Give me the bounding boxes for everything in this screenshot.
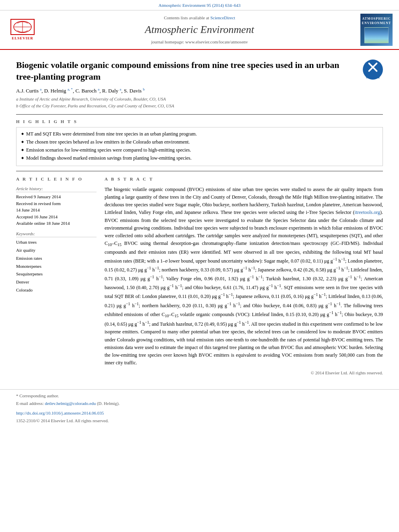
footer-doi: http://dx.doi.org/10.1016/j.atmosenv.201…	[16, 410, 383, 416]
received-date: Received 9 January 2014	[16, 193, 97, 200]
accepted-date: Accepted 16 June 2014	[16, 214, 97, 220]
journal-homepage: journal homepage: www.elsevier.com/locat…	[39, 39, 360, 45]
footer-issn: 1352-2310/© 2014 Elsevier Ltd. All right…	[16, 418, 383, 424]
revised-date: 14 June 2014	[16, 207, 97, 214]
crossmark-badge: CrossMark	[363, 60, 383, 80]
keywords-title: Keywords:	[16, 231, 97, 237]
keyword-denver: Denver	[16, 278, 97, 286]
journal-center-info: Contents lists available at ScienceDirec…	[39, 15, 360, 45]
elsevier-label: ELSEVIER	[12, 36, 33, 41]
journal-header: ELSEVIER Contents lists available at Sci…	[0, 10, 399, 50]
divider-2	[16, 171, 383, 171]
affiliation-a: a Institute of Arctic and Alpine Researc…	[16, 96, 383, 102]
journal-cover-image: ATMOSPHERICENVIRONMENT	[360, 14, 393, 46]
article-title: Biogenic volatile organic compound emiss…	[16, 60, 356, 82]
elsevier-logo: ELSEVIER	[6, 19, 39, 41]
history-title: Article history:	[16, 186, 97, 192]
email-label: E-mail address:	[16, 401, 45, 406]
keywords-section: Keywords: Urban trees Air quality Emissi…	[16, 231, 97, 294]
elsevier-logo-img	[10, 19, 35, 35]
keywords-list: Urban trees Air quality Emission rates M…	[16, 238, 97, 294]
article-title-section: Biogenic volatile organic compound emiss…	[16, 56, 383, 82]
keyword-emission-rates: Emission rates	[16, 255, 97, 263]
keyword-colorado: Colorado	[16, 286, 97, 294]
main-content: Biogenic volatile organic compound emiss…	[0, 50, 399, 382]
keyword-urban-trees: Urban trees	[16, 238, 97, 246]
sciencedirect-text: Contents lists available at ScienceDirec…	[39, 15, 360, 21]
article-info-title: A R T I C L E I N F O	[16, 176, 97, 182]
journal-ref-text: Atmospheric Environment 95 (2014) 634–64…	[158, 3, 241, 8]
doi-link[interactable]: http://dx.doi.org/10.1016/j.atmosenv.201…	[16, 411, 104, 415]
keyword-air-quality: Air quality	[16, 246, 97, 255]
footer-divider	[0, 389, 399, 390]
highlight-box: MT and SQT ERs were determined from nine…	[16, 127, 383, 166]
highlight-item-3: Emission scenarios for low-emitting spec…	[21, 147, 378, 154]
highlight-item-2: The chosen tree species behaved as low e…	[21, 139, 378, 146]
corresponding-note: * Corresponding author.	[16, 393, 383, 399]
keyword-monoterpenes: Monoterpenes	[16, 263, 97, 271]
email-link[interactable]: detlev.helmig@colorado.edu	[45, 401, 96, 406]
footer-email: E-mail address: detlev.helmig@colorado.e…	[16, 401, 383, 407]
journal-reference: Atmospheric Environment 95 (2014) 634–64…	[0, 0, 399, 10]
itreetools-link[interactable]: itreetools.org	[355, 210, 380, 215]
email-name: (D. Helmig).	[97, 401, 120, 406]
received-revised-label: Received in revised form	[16, 200, 97, 207]
article-info-column: A R T I C L E I N F O Article history: R…	[16, 176, 97, 376]
two-column-layout: A R T I C L E I N F O Article history: R…	[16, 176, 383, 376]
authors: A.J. Curtis a, D. Helmig a, *, C. Baroch…	[16, 87, 383, 95]
keyword-sesquiterpenes: Sesquiterpenes	[16, 270, 97, 278]
divider-1	[16, 114, 383, 115]
affiliation-b: b Office of the City Forester, Parks and…	[16, 103, 383, 109]
highlights-title: H I G H L I G H T S	[16, 119, 383, 125]
abstract-text: The biogenic volatile organic compound (…	[105, 186, 383, 367]
abstract-title: A B S T R A C T	[105, 176, 383, 182]
affiliations: a Institute of Arctic and Alpine Researc…	[16, 96, 383, 109]
highlight-item-4: Model findings showed marked emission sa…	[21, 155, 378, 162]
sciencedirect-link[interactable]: ScienceDirect	[210, 15, 235, 20]
abstract-column: A B S T R A C T The biogenic volatile or…	[105, 176, 383, 376]
article-history: Article history: Received 9 January 2014…	[16, 186, 97, 227]
highlights-section: H I G H L I G H T S MT and SQT ERs were …	[16, 119, 383, 166]
highlight-item-1: MT and SQT ERs were determined from nine…	[21, 131, 378, 138]
journal-title: Atmospheric Environment	[39, 23, 360, 37]
copyright-text: © 2014 Elsevier Ltd. All rights reserved…	[105, 370, 383, 376]
available-date: Available online 18 June 2014	[16, 220, 97, 227]
footer-section: * Corresponding author. E-mail address: …	[0, 393, 399, 431]
